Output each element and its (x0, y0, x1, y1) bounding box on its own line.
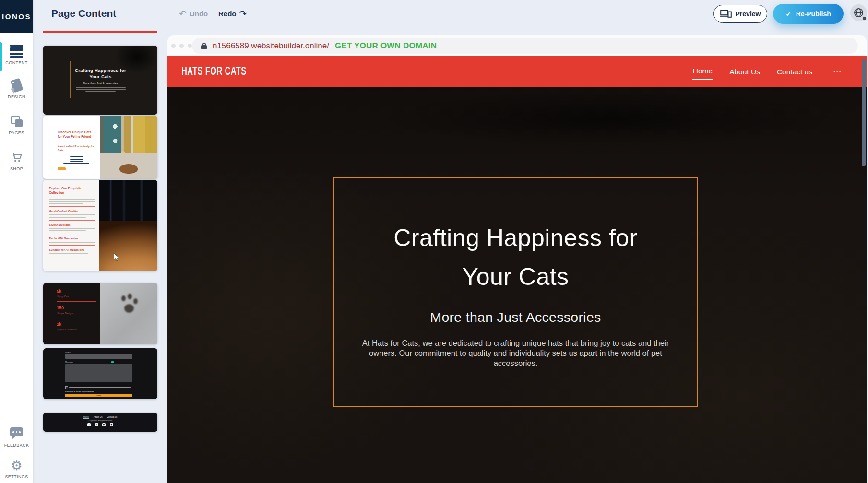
instagram-icon: ◉ (110, 423, 113, 426)
sidebar-item-shop[interactable]: SHOP (0, 150, 33, 171)
cart-icon (0, 150, 33, 165)
street-cat-photo (100, 116, 157, 179)
redo-icon: ↷ (239, 8, 247, 19)
mini-stat-label: Unique Designs (57, 312, 96, 315)
site-preview-canvas: n1566589.websitebuilder.online/ GET YOUR… (167, 35, 867, 483)
content-icon (0, 44, 33, 59)
paw-print-photo (100, 283, 157, 344)
mini-hero-title-line1: Crafting Happiness for (71, 68, 131, 74)
sidebar-item-feedback[interactable]: FEEDBACK (0, 424, 33, 448)
mini-form-status-icon (111, 361, 114, 363)
hero-mini-selection-box: Crafting Happiness for Your Cats More th… (70, 61, 131, 98)
mini-hero-title-line2: Your Cats (71, 74, 131, 80)
redo-button[interactable]: Redo ↷ (218, 8, 247, 19)
nav-item-home[interactable]: Home (692, 64, 713, 80)
redo-label: Redo (218, 10, 237, 18)
undo-label: Undo (190, 10, 208, 18)
preview-label: Preview (736, 10, 761, 18)
sidebar-item-label: SHOP (0, 166, 33, 171)
site-nav: Home About Us Contact us ⋯ (692, 56, 842, 87)
section-thumbnail-footer[interactable]: Home About Us Contact us ©Copyright. All… (43, 413, 157, 432)
sidebar-item-pages[interactable]: PAGES (0, 114, 33, 135)
x-icon: X (95, 423, 98, 426)
mini-collection-item: Suitable for All Occasions (49, 248, 95, 251)
window-dot (171, 44, 176, 48)
hero-title-line1: Crafting Happiness for (334, 219, 697, 258)
section-thumbnail-stats[interactable]: 5k Happy Cats 150 Unique Designs 1k Repe… (43, 283, 157, 344)
gear-icon: ⚙ (0, 458, 33, 472)
section-insert-indicator (43, 31, 157, 33)
sidebar-item-settings[interactable]: ⚙ SETTINGS (0, 458, 33, 479)
sidebar-item-label: DESIGN (0, 94, 33, 99)
hero-subtitle: More than Just Accessories (334, 309, 697, 325)
mini-collection-heading: Explore Our Exquisite Collection (49, 187, 95, 195)
app-sidebar: IONOS CONTENT DESIGN PAGES SHOP (0, 0, 33, 483)
lock-icon (201, 43, 207, 49)
cat-fur-photo (99, 180, 157, 271)
ionos-logo[interactable]: IONOS (0, 0, 33, 33)
nav-more-icon[interactable]: ⋯ (833, 67, 842, 77)
mini-form-submit-button: Send (65, 394, 132, 397)
mini-footer-link: Home (83, 416, 89, 418)
facebook-icon: f (87, 423, 91, 426)
app-root: IONOS CONTENT DESIGN PAGES SHOP (0, 0, 868, 483)
mini-collection-item: Perfect Fit Guarantee (49, 237, 95, 240)
nav-item-contact-us[interactable]: Contact us (776, 65, 813, 79)
page-title: Page Content (51, 8, 116, 19)
section-thumbnail-hero[interactable]: Crafting Happiness for Your Cats More th… (43, 46, 157, 115)
section-thumbnail-contact-form[interactable]: Name* Message Please fill in all the req… (43, 348, 157, 399)
mini-form-checkbox (65, 386, 68, 389)
site-logo[interactable]: HATS FOR CATS (181, 65, 247, 78)
feedback-icon (0, 424, 33, 439)
scrollbar-thumb[interactable] (862, 59, 866, 166)
preview-button[interactable]: Preview (713, 5, 767, 23)
mini-form-name-input (65, 354, 132, 359)
selected-section[interactable]: Crafting Happiness for Your Cats More th… (333, 177, 698, 407)
ionos-logo-text: IONOS (2, 12, 31, 21)
undo-icon: ↶ (179, 8, 187, 19)
design-icon (0, 78, 33, 93)
sidebar-item-label: FEEDBACK (0, 443, 33, 448)
nav-item-about-us[interactable]: About Us (728, 65, 761, 79)
globe-button[interactable] (850, 4, 867, 21)
mini-stat-value: 1k (57, 322, 96, 327)
preview-devices-icon (720, 10, 732, 18)
mini-footer-link: About Us (94, 416, 103, 418)
site-header: HATS FOR CATS Home About Us Contact us ⋯ (167, 56, 867, 87)
hero-section: Crafting Happiness for Your Cats More th… (167, 87, 867, 483)
mini-stat-label: Happy Cats (57, 295, 96, 298)
section-thumbnail-collection[interactable]: Explore Our Exquisite Collection Hand-Cr… (43, 180, 157, 271)
mini-stat-value: 5k (57, 289, 96, 294)
pages-icon (0, 114, 33, 129)
mini-collection-item: Stylish Designs (49, 224, 95, 226)
mini-form-required-note: Please fill in all the required fields (65, 390, 94, 393)
youtube-icon: ▶ (102, 423, 106, 426)
mini-collection-item: Hand-Crafted Quality (49, 210, 95, 212)
get-your-own-domain-link[interactable]: GET YOUR OWN DOMAIN (335, 41, 437, 51)
hero-title-line2: Your Cats (334, 258, 697, 296)
mini-stat-value: 150 (57, 306, 96, 310)
window-dot (188, 44, 192, 48)
mini-form-message-label: Message (65, 361, 73, 363)
mini-form-message-textarea (65, 364, 132, 382)
section-thumbnail-features[interactable]: Discover Unique Hats for Your Feline Fri… (43, 116, 157, 179)
globe-icon (854, 8, 864, 18)
mini-features-heading: Discover Unique Hats for Your Feline Fri… (58, 130, 95, 139)
sidebar-item-label: PAGES (0, 130, 33, 135)
globe-status-dot (862, 16, 867, 21)
mini-footer-link: Contact us (107, 416, 118, 418)
sidebar-item-label: CONTENT (0, 60, 33, 65)
republish-label: Re-Publish (796, 10, 831, 18)
checkmark-icon: ✓ (785, 10, 792, 18)
mini-hero-subtitle: More than Just Accessories (71, 82, 131, 85)
site-url[interactable]: n1566589.websitebuilder.online/ (213, 41, 329, 51)
undo-button[interactable]: ↶ Undo (179, 8, 208, 19)
hero-body-text: At Hats for Cats, we are dedicated to cr… (360, 338, 671, 368)
sidebar-item-content[interactable]: CONTENT (0, 44, 33, 65)
address-bar[interactable]: n1566589.websitebuilder.online/ GET YOUR… (192, 38, 858, 54)
mini-shop-now-button (58, 167, 66, 170)
mini-features-subheading: Handcrafted Exclusively for Cats (58, 144, 95, 152)
browser-chrome: n1566589.websitebuilder.online/ GET YOUR… (167, 35, 867, 56)
sidebar-item-design[interactable]: DESIGN (0, 78, 33, 99)
republish-button[interactable]: ✓ Re-Publish (773, 4, 844, 24)
